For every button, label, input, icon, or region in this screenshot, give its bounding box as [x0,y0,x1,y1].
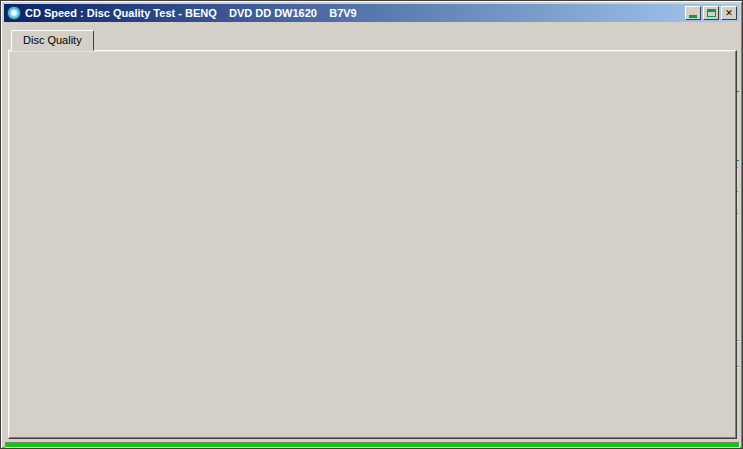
minimize-icon [689,15,697,18]
app-icon [7,6,21,20]
app-window: CD Speed : Disc Quality Test - BENQ DVD … [0,0,743,449]
title-bar[interactable]: CD Speed : Disc Quality Test - BENQ DVD … [4,4,739,22]
maximize-button[interactable] [703,6,719,20]
maximize-icon [707,9,716,17]
window-title: CD Speed : Disc Quality Test - BENQ DVD … [25,7,683,19]
close-button[interactable] [721,6,737,20]
tab-disc-quality[interactable]: Disc Quality [11,30,94,51]
progress-bar [5,442,740,448]
tab-page [8,50,737,439]
minimize-button[interactable] [685,6,701,20]
